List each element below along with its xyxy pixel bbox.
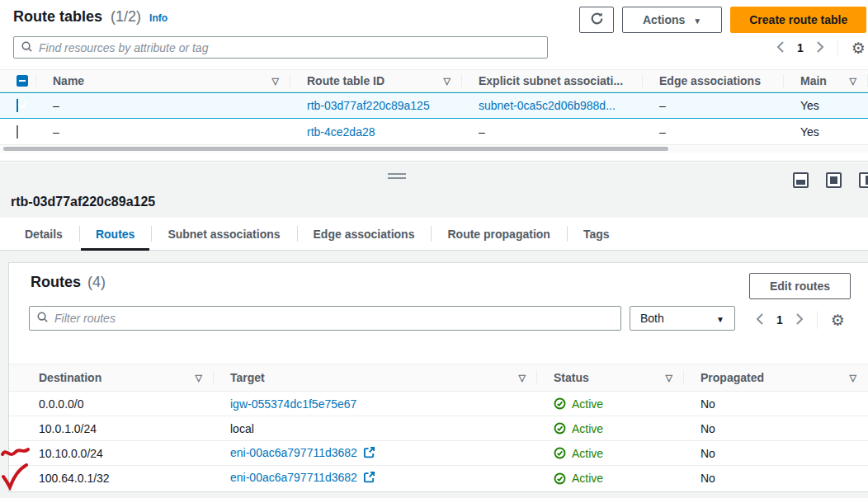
column-header-route-table-id[interactable]: Route table ID▽ [290, 70, 462, 92]
route-table-id-link[interactable]: rtb-03d77af220c89a125 [307, 99, 430, 112]
routes-card-header: Routes (4) [31, 274, 106, 291]
sort-icon: ▽ [444, 76, 451, 87]
route-tables-table: Name▽ Route table ID▽ Explicit subnet as… [0, 69, 868, 162]
divider [0, 153, 868, 162]
route-row: 0.0.0.0/0 igw-055374dc1f5e75e67 Active N… [9, 392, 868, 416]
divider [817, 311, 818, 329]
panel-position-full-icon[interactable] [826, 172, 842, 188]
scrollbar-thumb[interactable] [3, 147, 668, 151]
external-link-icon [363, 472, 375, 486]
column-header-status[interactable]: Status▽ [537, 364, 684, 391]
resource-search[interactable] [13, 36, 548, 59]
actions-button-label: Actions [643, 13, 685, 26]
target-local: local [230, 422, 254, 435]
propagated-cell: No [684, 422, 868, 435]
target-link[interactable]: eni-00ac6a797711d3682 [230, 446, 357, 459]
sort-icon: ▽ [850, 373, 856, 383]
route-type-select[interactable]: Both ▼ [630, 306, 735, 331]
route-row: 100.64.0.1/32 eni-00ac6a797711d3682 Acti… [9, 466, 868, 491]
sort-icon: ▽ [196, 373, 202, 383]
status-active-icon [554, 447, 566, 459]
chevron-down-icon: ▼ [716, 315, 724, 324]
route-type-select-value: Both [640, 312, 716, 325]
page-number[interactable]: 1 [797, 41, 804, 54]
tab-edge-associations[interactable]: Edge associations [297, 218, 432, 250]
page-title: Route tables [13, 8, 102, 26]
search-input[interactable] [39, 41, 540, 54]
routes-filter[interactable] [29, 306, 621, 331]
name-cell: – [36, 125, 290, 139]
column-header-name[interactable]: Name▽ [36, 70, 290, 92]
column-header-edge-associations[interactable]: Edge associations [643, 70, 784, 92]
column-header-main[interactable]: Main▽ [784, 70, 868, 92]
subnet-cell: – [462, 125, 643, 139]
search-icon [21, 40, 33, 55]
divider [837, 39, 838, 57]
refresh-icon [590, 12, 604, 28]
routes-filter-row: Both ▼ [29, 306, 735, 331]
edge-cell: – [643, 125, 784, 139]
info-link[interactable]: Info [149, 12, 167, 24]
column-header-destination[interactable]: Destination▽ [31, 364, 214, 391]
settings-gear-icon[interactable]: ⚙ [851, 40, 866, 56]
panel-position-side-icon[interactable] [859, 172, 868, 188]
tab-subnet-associations[interactable]: Subnet associations [151, 218, 296, 250]
previous-page-icon[interactable] [756, 313, 763, 327]
split-panel-resize-handle[interactable] [388, 173, 406, 181]
table-row[interactable]: – rtb-4ce2da28 – – Yes [0, 119, 868, 145]
page-header: Route tables (1/2) Info [13, 8, 167, 26]
create-button-label: Create route table [749, 13, 847, 26]
routes-table: Destination▽ Target▽ Status▽ Propagated▽… [9, 364, 868, 491]
previous-page-icon[interactable] [776, 41, 784, 55]
status-cell: Active [537, 397, 684, 411]
propagated-cell: No [684, 397, 868, 411]
settings-gear-icon[interactable]: ⚙ [831, 312, 845, 328]
route-table-id-link[interactable]: rtb-4ce2da28 [307, 125, 375, 139]
search-icon [36, 311, 49, 326]
routes-pagination: 1 ⚙ [756, 311, 845, 329]
subnet-association-link[interactable]: subnet-0ca5c2d06b988d... [479, 99, 616, 112]
refresh-button[interactable] [579, 7, 614, 33]
vpc-route-tables-page: { "page": { "title": "Route tables", "co… [0, 0, 868, 498]
routes-card: Routes (4) Edit routes Both ▼ 1 [8, 262, 868, 492]
create-route-table-button[interactable]: Create route table [730, 7, 866, 33]
routes-title: Routes [31, 274, 81, 291]
chevron-down-icon: ▼ [693, 16, 701, 26]
tab-details[interactable]: Details [8, 218, 79, 250]
column-header-target[interactable]: Target▽ [214, 364, 537, 391]
route-row: 10.10.0.0/24 eni-00ac6a797711d3682 Activ… [9, 441, 868, 466]
propagated-cell: No [684, 472, 868, 485]
edit-routes-button[interactable]: Edit routes [749, 273, 851, 299]
tab-route-propagation[interactable]: Route propagation [431, 218, 566, 250]
page-number[interactable]: 1 [776, 313, 783, 327]
target-link[interactable]: igw-055374dc1f5e75e67 [230, 397, 356, 411]
sort-icon: ▽ [519, 373, 526, 383]
row-checkbox[interactable] [17, 99, 18, 112]
column-header-propagated[interactable]: Propagated▽ [684, 364, 868, 391]
status-cell: Active [537, 472, 684, 485]
split-panel-preferences [793, 172, 868, 188]
panel-position-bottom-icon[interactable] [793, 172, 809, 188]
routes-filter-input[interactable] [54, 312, 614, 325]
column-header-explicit-subnet[interactable]: Explicit subnet associati... [462, 70, 643, 92]
next-page-icon[interactable] [817, 41, 824, 55]
target-link[interactable]: eni-00ac6a797711d3682 [230, 471, 357, 484]
panel-tabs: Details Routes Subnet associations Edge … [0, 218, 868, 251]
next-page-icon[interactable] [796, 313, 804, 327]
status-active-icon [554, 472, 566, 485]
routes-table-header: Destination▽ Target▽ Status▽ Propagated▽ [9, 364, 868, 392]
table-row[interactable]: – rtb-03d77af220c89a125 subnet-0ca5c2d06… [0, 92, 868, 119]
main-cell: Yes [784, 125, 868, 139]
row-checkbox[interactable] [17, 125, 18, 139]
tab-tags[interactable]: Tags [567, 218, 626, 250]
destination-cell: 100.64.0.1/32 [31, 472, 214, 485]
select-all-checkbox[interactable] [17, 75, 28, 87]
destination-cell: 10.10.0.0/24 [31, 447, 214, 460]
top-pagination: 1 ⚙ [776, 39, 866, 57]
sort-icon: ▽ [850, 76, 856, 87]
sort-icon: ▽ [272, 76, 279, 87]
propagated-cell: No [684, 447, 868, 460]
actions-button[interactable]: Actions ▼ [622, 7, 722, 33]
tab-routes[interactable]: Routes [79, 218, 151, 250]
horizontal-scrollbar[interactable] [0, 145, 868, 153]
